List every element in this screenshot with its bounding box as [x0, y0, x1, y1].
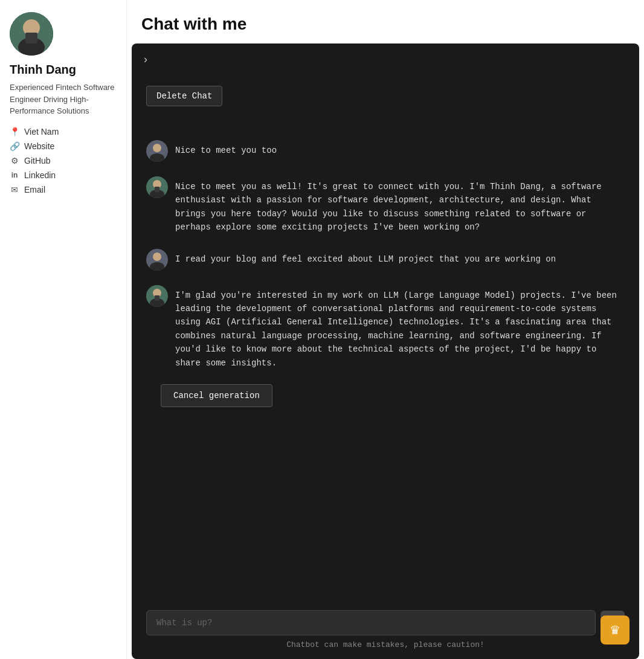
email-link[interactable]: Email [24, 185, 45, 194]
input-row: ▶ [146, 610, 625, 635]
profile-avatar-container [10, 12, 117, 56]
user-avatar-1 [146, 140, 168, 162]
chat-input[interactable] [146, 610, 596, 635]
sidebar-item-website[interactable]: 🔗 Website [10, 141, 117, 151]
chat-container: › Delete Chat Nice to meet you too [132, 43, 639, 659]
avatar [10, 12, 53, 56]
bot-avatar-2 [146, 176, 168, 198]
crown-icon: ♛ [610, 623, 620, 637]
message-text-1: Nice to meet you too [175, 140, 277, 157]
website-link[interactable]: Website [24, 141, 54, 151]
svg-rect-10 [155, 187, 159, 192]
cancel-generation-button[interactable]: Cancel generation [161, 384, 272, 407]
messages-area: Nice to meet you too Nice to meet you as… [132, 43, 639, 600]
input-area: ▶ Chatbot can make mistakes, please caut… [132, 600, 639, 659]
sidebar-item-github[interactable]: ⚙ GitHub [10, 156, 117, 166]
email-icon: ✉ [10, 185, 19, 194]
sidebar-item-linkedin[interactable]: in Linkedin [10, 170, 117, 180]
profile-description: Experienced Fintech Software Engineer Dr… [10, 82, 117, 117]
sidebar-item-email[interactable]: ✉ Email [10, 185, 117, 194]
svg-point-5 [153, 144, 161, 152]
message-3: I read your blog and feel excited about … [146, 249, 625, 271]
sidebar-item-location: 📍 Viet Nam [10, 127, 117, 137]
page-title: Chat with me [127, 14, 644, 43]
delete-chat-button[interactable]: Delete Chat [146, 86, 222, 106]
profile-name: Thinh Dang [10, 63, 117, 77]
svg-rect-17 [155, 295, 159, 301]
website-icon: 🔗 [10, 141, 19, 151]
linkedin-icon: in [10, 170, 19, 180]
sidebar: Thinh Dang Experienced Fintech Software … [0, 0, 127, 659]
message-2: Nice to meet you as well! It's great to … [146, 176, 625, 234]
location-label: Viet Nam [24, 127, 59, 137]
user-avatar-3 [146, 249, 168, 271]
location-icon: 📍 [10, 127, 19, 137]
caution-text: Chatbot can make mistakes, please cautio… [146, 640, 625, 649]
linkedin-link[interactable]: Linkedin [24, 170, 56, 180]
main-content: Chat with me › Delete Chat Nice to meet … [127, 0, 644, 659]
github-icon: ⚙ [10, 156, 19, 166]
sidebar-links: 📍 Viet Nam 🔗 Website ⚙ GitHub in Linkedi… [10, 127, 117, 194]
message-text-3: I read your blog and feel excited about … [175, 249, 556, 266]
svg-rect-3 [25, 33, 37, 43]
message-4: I'm glad you're interested in my work on… [146, 285, 625, 370]
chat-toggle-button[interactable]: › [139, 51, 152, 68]
message-text-2: Nice to meet you as well! It's great to … [175, 176, 625, 234]
message-1: Nice to meet you too [146, 140, 625, 162]
message-text-4: I'm glad you're interested in my work on… [175, 285, 625, 370]
github-link[interactable]: GitHub [24, 156, 51, 166]
svg-point-12 [153, 252, 161, 261]
crown-badge[interactable]: ♛ [601, 616, 630, 645]
bot-avatar-4 [146, 285, 168, 307]
